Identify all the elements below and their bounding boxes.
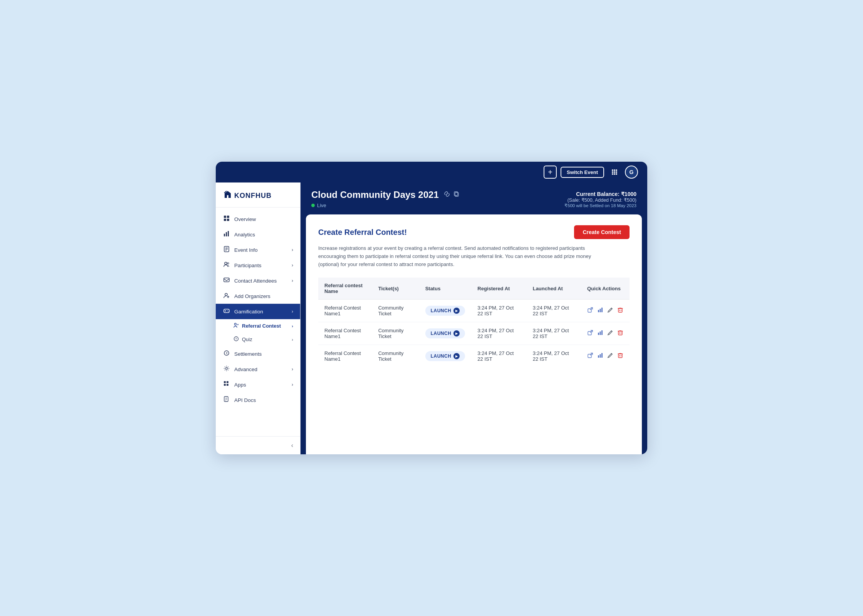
add-organizers-label: Add Organizers <box>234 293 270 299</box>
launch-button-1[interactable]: LAUNCH ▶ <box>425 328 465 338</box>
svg-point-8 <box>616 173 617 175</box>
link-icon[interactable] <box>443 191 450 199</box>
switch-event-button[interactable]: Switch Event <box>561 167 604 178</box>
main-layout: KONFHUB Overview Analytics <box>216 182 647 454</box>
table-row: Referral Contest Name1 Community Ticket … <box>318 322 630 345</box>
sidebar-item-overview[interactable]: Overview <box>216 211 300 227</box>
sidebar-item-add-organizers[interactable]: Add Organizers <box>216 288 300 304</box>
svg-rect-13 <box>224 234 225 236</box>
launch-button-0[interactable]: LAUNCH ▶ <box>425 306 465 316</box>
content-area: Cloud Community Days 2021 <box>301 182 647 454</box>
sidebar-item-participants[interactable]: Participants › <box>216 258 300 273</box>
main-content-card: Create Referral Contest! Create Contest … <box>306 214 642 454</box>
edit-icon-0[interactable] <box>607 307 613 315</box>
overview-label: Overview <box>234 216 256 222</box>
svg-rect-54 <box>618 308 622 312</box>
svg-rect-40 <box>227 381 228 383</box>
row-0-launched: 3:24 PM, 27 Oct 22 IST <box>527 300 581 322</box>
svg-point-31 <box>235 323 237 325</box>
add-button[interactable]: + <box>544 166 557 179</box>
svg-rect-60 <box>598 333 599 335</box>
balance-settle: ₹500 will be Settled on 18 May 2023 <box>564 203 636 208</box>
sidebar-item-quiz[interactable]: ? Quiz › <box>216 333 300 346</box>
sidebar-item-settlements[interactable]: ₹ Settlements <box>216 346 300 362</box>
svg-point-0 <box>612 169 613 171</box>
svg-rect-26 <box>224 309 229 313</box>
svg-rect-15 <box>228 231 229 236</box>
svg-point-1 <box>614 169 615 171</box>
edit-icon-1[interactable] <box>607 330 613 337</box>
external-link-icon-1[interactable] <box>587 330 593 337</box>
user-avatar[interactable]: G <box>625 166 638 179</box>
page-title: Create Referral Contest! <box>318 228 407 237</box>
gamification-label: Gamification <box>234 309 263 315</box>
sidebar-item-event-info[interactable]: Event Info › <box>216 242 300 258</box>
svg-point-3 <box>612 171 613 173</box>
svg-rect-61 <box>599 331 601 335</box>
delete-icon-1[interactable] <box>617 330 623 337</box>
quiz-chevron: › <box>292 337 293 342</box>
stats-icon-0[interactable] <box>597 307 603 315</box>
collapse-sidebar-button[interactable]: ‹ <box>291 442 293 449</box>
sidebar-item-analytics[interactable]: Analytics <box>216 227 300 242</box>
gamification-icon <box>223 308 230 315</box>
svg-point-30 <box>228 311 228 312</box>
sidebar-item-referral-contest[interactable]: Referral Contest › <box>216 319 300 333</box>
play-icon-1: ▶ <box>453 330 460 336</box>
grid-menu-button[interactable] <box>608 166 621 179</box>
row-0-registered: 3:24 PM, 27 Oct 22 IST <box>471 300 526 322</box>
sidebar-collapse: ‹ <box>216 436 300 454</box>
row-1-status: LAUNCH ▶ <box>419 322 472 345</box>
status-text: Live <box>317 203 326 208</box>
row-1-name: Referral Contest Name1 <box>318 322 372 345</box>
app-window: + Switch Event G <box>216 162 647 454</box>
col-registered: Registered At <box>471 278 526 300</box>
svg-rect-11 <box>224 219 226 221</box>
sidebar-item-gamification[interactable]: Gamification › <box>216 304 300 319</box>
svg-rect-41 <box>224 384 226 386</box>
svg-rect-53 <box>601 308 603 312</box>
col-ticket: Ticket(s) <box>372 278 419 300</box>
delete-icon-2[interactable] <box>617 352 623 360</box>
row-0-name: Referral Contest Name1 <box>318 300 372 322</box>
referral-contest-label: Referral Contest <box>242 323 281 329</box>
svg-rect-42 <box>227 384 228 386</box>
svg-point-2 <box>616 169 617 171</box>
external-link-icon-0[interactable] <box>587 307 593 315</box>
sidebar-item-contact-attendees[interactable]: Contact Attendees › <box>216 273 300 288</box>
delete-icon-0[interactable] <box>617 307 623 315</box>
launch-button-2[interactable]: LAUNCH ▶ <box>425 351 465 361</box>
sidebar-item-apps[interactable]: Apps › <box>216 377 300 392</box>
row-1-actions <box>581 322 630 345</box>
referral-table: Referral contest Name Ticket(s) Status R… <box>318 278 630 367</box>
col-status: Status <box>419 278 472 300</box>
row-2-ticket: Community Ticket <box>372 345 419 368</box>
external-link-icon-2[interactable] <box>587 352 593 360</box>
quiz-label: Quiz <box>242 336 252 342</box>
svg-rect-10 <box>227 216 229 218</box>
row-0-ticket: Community Ticket <box>372 300 419 322</box>
participants-chevron: › <box>292 263 293 268</box>
advanced-label: Advanced <box>234 367 257 372</box>
svg-point-38 <box>226 368 228 370</box>
svg-rect-51 <box>598 310 599 312</box>
gamification-chevron: › <box>292 309 293 314</box>
copy-icon[interactable] <box>453 191 460 199</box>
play-icon-0: ▶ <box>453 308 460 314</box>
svg-rect-52 <box>599 309 601 312</box>
svg-rect-72 <box>618 354 622 358</box>
stats-icon-1[interactable] <box>597 330 603 337</box>
play-icon-2: ▶ <box>453 353 460 359</box>
contact-attendees-chevron: › <box>292 278 293 283</box>
create-contest-button[interactable]: Create Contest <box>574 225 630 239</box>
sidebar-item-api-docs[interactable]: API Docs <box>216 392 300 408</box>
sidebar: KONFHUB Overview Analytics <box>216 182 301 454</box>
svg-rect-39 <box>224 381 226 383</box>
participants-label: Participants <box>234 263 262 268</box>
edit-icon-2[interactable] <box>607 352 613 360</box>
apps-chevron: › <box>292 382 293 387</box>
sidebar-item-advanced[interactable]: Advanced › <box>216 362 300 377</box>
stats-icon-2[interactable] <box>597 352 603 360</box>
row-2-actions <box>581 345 630 368</box>
participants-icon <box>223 261 230 269</box>
